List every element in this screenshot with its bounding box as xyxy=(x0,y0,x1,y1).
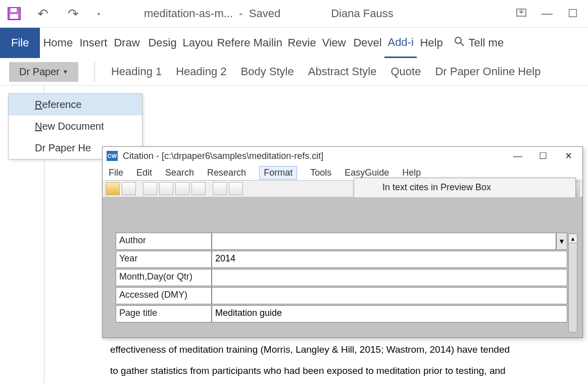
toolbar-extra2-icon[interactable] xyxy=(229,182,243,195)
style-abstract[interactable]: Abstract Style xyxy=(308,65,377,78)
svg-rect-2 xyxy=(11,8,17,12)
style-quote[interactable]: Quote xyxy=(390,65,421,78)
chevron-down-icon: ▼ xyxy=(63,69,68,75)
citation-title-bar: CW Citation - [c:\drpaper6\samples\medit… xyxy=(103,147,582,165)
citation-close-button[interactable]: ✕ xyxy=(558,150,578,161)
ribbon-tabs: File Home Insert Draw Desig Layou Refere… xyxy=(0,28,588,58)
tab-draw[interactable]: Draw xyxy=(111,28,145,58)
scroll-up-icon[interactable]: ▲ xyxy=(569,234,577,243)
form-row-monthday: Month,Day(or Qtr) xyxy=(116,269,567,286)
input-author[interactable] xyxy=(212,233,556,250)
document-name: meditation-as-m... xyxy=(144,7,233,20)
tab-insert[interactable]: Insert xyxy=(76,28,111,58)
citation-window-title: Citation - [c:\drpaper6\samples\meditati… xyxy=(123,151,503,161)
save-state: Saved xyxy=(249,7,280,20)
toolbar-card-icon[interactable] xyxy=(175,182,189,195)
ribbon-display-options-icon[interactable] xyxy=(516,7,526,20)
tab-references[interactable]: Refere xyxy=(214,28,250,58)
drpaper-button-label: Dr Paper xyxy=(19,66,60,78)
undo-icon[interactable]: ↶ xyxy=(28,6,58,22)
citation-scrollbar[interactable]: ▲ xyxy=(568,234,577,333)
input-pagetitle[interactable]: Meditation guide xyxy=(212,305,567,322)
citation-form-area: Author ▼ Year 2014 Month,Day(or Qtr) Acc… xyxy=(103,197,582,338)
citation-menu-easyguide[interactable]: EasyGuide xyxy=(345,168,389,178)
toolbar-grid-icon[interactable] xyxy=(159,182,173,195)
menu-item-new-document[interactable]: New Document xyxy=(9,116,142,137)
label-year: Year xyxy=(116,251,212,268)
format-item-intext-cites[interactable]: In text cites in Preview Box xyxy=(354,178,575,197)
form-row-accessed: Accessed (DMY) xyxy=(116,287,567,304)
save-icon[interactable] xyxy=(0,7,28,21)
menu-item-reference[interactable]: Reference xyxy=(9,94,142,116)
svg-rect-1 xyxy=(10,14,18,19)
citation-menu-help[interactable]: Help xyxy=(402,168,421,178)
toolbar-list-icon[interactable] xyxy=(143,182,157,195)
tab-addins[interactable]: Add-i xyxy=(384,28,417,58)
citation-window: CW Citation - [c:\drpaper6\samples\medit… xyxy=(102,146,583,338)
tab-mailings[interactable]: Mailin xyxy=(250,28,284,58)
citation-maximize-button[interactable]: ☐ xyxy=(533,150,553,161)
label-accessed: Accessed (DMY) xyxy=(116,287,212,304)
tab-design[interactable]: Desig xyxy=(145,28,179,58)
form-row-author: Author ▼ xyxy=(116,233,567,250)
label-author: Author xyxy=(116,233,212,250)
input-monthday[interactable] xyxy=(212,269,567,286)
window-title-bar: ↶ ↷ ▾ meditation-as-m... - Saved Diana F… xyxy=(0,0,588,28)
search-icon xyxy=(454,36,464,49)
tab-view[interactable]: View xyxy=(319,28,350,58)
drpaper-online-help[interactable]: Dr Paper Online Help xyxy=(435,65,541,78)
citation-minimize-button[interactable]: — xyxy=(508,151,528,161)
tab-developer[interactable]: Devel xyxy=(350,28,384,58)
tell-me-label: Tell me xyxy=(468,36,504,49)
citation-app-icon: CW xyxy=(107,151,118,161)
input-year[interactable]: 2014 xyxy=(212,251,567,268)
author-dropdown-button[interactable]: ▼ xyxy=(556,233,567,250)
doc-line: effectiveness of meditation training (Mo… xyxy=(110,339,565,360)
citation-menu-format[interactable]: Format xyxy=(259,166,297,180)
form-row-pagetitle: Page title Meditation guide xyxy=(116,305,567,322)
style-body[interactable]: Body Style xyxy=(241,65,294,78)
label-monthday: Month,Day(or Qtr) xyxy=(116,269,212,286)
tab-help[interactable]: Help xyxy=(417,28,447,58)
toolbar-extra1-icon[interactable] xyxy=(213,182,227,195)
svg-line-5 xyxy=(461,43,464,46)
qat-customize-icon[interactable]: ▾ xyxy=(88,11,109,17)
document-body-text: effectiveness of meditation training (Mo… xyxy=(110,339,565,381)
account-name[interactable]: Diana Fauss xyxy=(316,7,409,20)
style-heading1[interactable]: Heading 1 xyxy=(111,65,162,78)
label-pagetitle: Page title xyxy=(116,305,212,322)
document-title: meditation-as-m... - Saved xyxy=(139,7,285,20)
input-accessed[interactable] xyxy=(212,287,567,304)
redo-icon[interactable]: ↷ xyxy=(58,6,88,22)
citation-menu-file[interactable]: File xyxy=(109,168,123,178)
style-heading2[interactable]: Heading 2 xyxy=(176,65,226,78)
svg-point-4 xyxy=(455,37,461,43)
tab-review[interactable]: Revie xyxy=(284,28,319,58)
citation-menu-search[interactable]: Search xyxy=(165,168,194,178)
maximize-button[interactable]: ☐ xyxy=(568,7,578,20)
citation-menu-research[interactable]: Research xyxy=(207,168,246,178)
doc-line: to gather statistics from participants w… xyxy=(110,360,565,381)
minimize-button[interactable]: — xyxy=(542,7,553,20)
form-row-year: Year 2014 xyxy=(116,251,567,268)
toolbar-save-icon[interactable] xyxy=(122,182,136,195)
drpaper-menu-button[interactable]: Dr Paper ▼ xyxy=(9,62,78,82)
tab-home[interactable]: Home xyxy=(40,28,76,58)
citation-menu-tools[interactable]: Tools xyxy=(310,168,331,178)
addin-toolbar: Dr Paper ▼ Heading 1 Heading 2 Body Styl… xyxy=(0,58,588,86)
citation-menu-edit[interactable]: Edit xyxy=(136,168,152,178)
tab-file[interactable]: File xyxy=(0,28,40,58)
toolbar-detail-icon[interactable] xyxy=(191,182,206,195)
tab-layout[interactable]: Layou xyxy=(179,28,214,58)
toolbar-open-icon[interactable] xyxy=(106,182,120,195)
tell-me-search[interactable]: Tell me xyxy=(447,28,511,58)
separator xyxy=(94,62,95,82)
